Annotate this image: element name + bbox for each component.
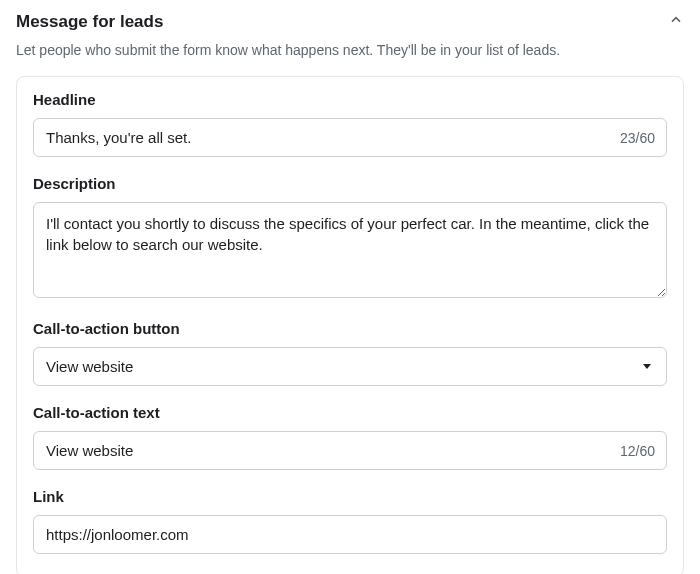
link-label: Link [33, 488, 667, 505]
fields-card: Headline 23/60 Description Call-to-actio… [16, 76, 684, 574]
cta-text-input[interactable] [33, 431, 667, 470]
headline-label: Headline [33, 91, 667, 108]
cta-button-select[interactable]: View website [33, 347, 667, 386]
headline-input[interactable] [33, 118, 667, 157]
section-title: Message for leads [16, 12, 163, 32]
link-input[interactable] [33, 515, 667, 554]
description-textarea[interactable] [33, 202, 667, 298]
collapse-chevron-icon[interactable] [668, 12, 684, 32]
description-label: Description [33, 175, 667, 192]
cta-button-label: Call-to-action button [33, 320, 667, 337]
section-description: Let people who submit the form know what… [16, 42, 684, 58]
cta-text-label: Call-to-action text [33, 404, 667, 421]
